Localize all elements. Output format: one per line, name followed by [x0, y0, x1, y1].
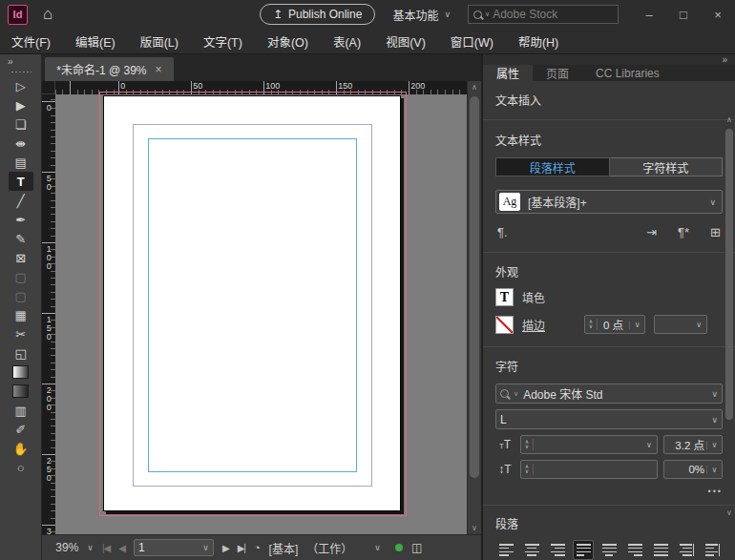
paragraph-style-dropdown[interactable]: Ag [基本段落]+ ∨: [495, 190, 723, 214]
font-family-dropdown[interactable]: ∨ Adobe 宋体 Std ∨: [495, 384, 723, 404]
preflight-profile[interactable]: [基本]: [269, 540, 299, 556]
clear-overrides-icon[interactable]: ¶*: [678, 225, 689, 239]
leading-field[interactable]: ∧∨: [520, 460, 658, 479]
scissors-tool[interactable]: ✂: [9, 324, 33, 343]
stroke-label[interactable]: 描边: [522, 317, 562, 333]
menu-item-文字(T)[interactable]: 文字(T): [203, 32, 242, 51]
first-page-button[interactable]: |◀: [102, 543, 110, 553]
panes-icon[interactable]: ◫: [411, 541, 422, 554]
font-size-unit-field[interactable]: 3.2 点 ∨: [663, 435, 723, 454]
paragraph-mark-icon[interactable]: ¶.: [497, 225, 508, 239]
text-insert-header[interactable]: 文本插入: [495, 81, 723, 119]
menu-item-版面(L)[interactable]: 版面(L): [140, 32, 178, 51]
pasteboard[interactable]: [55, 94, 467, 534]
rectangle-frame-tool[interactable]: ⊠: [9, 248, 33, 267]
preflight-icon[interactable]: ◔: [254, 542, 261, 553]
pen-tool[interactable]: ✒: [9, 210, 33, 229]
stroke-type-dropdown[interactable]: ∨: [654, 315, 707, 334]
gap-tool[interactable]: ⇼: [9, 134, 33, 153]
menu-item-对象(O)[interactable]: 对象(O): [267, 32, 308, 51]
document-tab[interactable]: *未命名-1 @ 39% ×: [45, 57, 173, 81]
menu-item-文件(F)[interactable]: 文件(F): [11, 32, 51, 51]
workspace-switcher[interactable]: 基本功能 ∨: [392, 7, 451, 23]
free-transform-tool[interactable]: ◱: [9, 343, 33, 363]
menu-item-编辑(E)[interactable]: 编辑(E): [75, 32, 116, 51]
align-left-button[interactable]: [495, 540, 516, 560]
text-frame[interactable]: [148, 138, 357, 472]
panel-collapse-icon[interactable]: »: [722, 54, 727, 65]
align-right-button[interactable]: [547, 540, 568, 560]
pencil-tool[interactable]: ✎: [9, 229, 33, 248]
shape-tool[interactable]: ▢: [9, 286, 33, 305]
menu-item-窗口(W)[interactable]: 窗口(W): [451, 32, 494, 51]
page-number-input[interactable]: [138, 541, 202, 554]
preflight-chevron-icon[interactable]: ∨: [374, 543, 381, 552]
scroll-down-icon[interactable]: ∨: [468, 524, 481, 532]
content-collector-tool[interactable]: ▤: [9, 153, 33, 172]
search-input[interactable]: [493, 8, 588, 21]
chevron-down-icon[interactable]: ∨: [711, 415, 718, 425]
home-icon[interactable]: ⌂: [43, 5, 52, 24]
menu-item-视图(V)[interactable]: 视图(V): [386, 32, 426, 51]
chevron-down-icon[interactable]: ∨: [711, 389, 718, 399]
chevron-down-icon[interactable]: ∨: [641, 441, 657, 449]
ruler-corner[interactable]: [42, 81, 55, 94]
stepper-icon[interactable]: ∧∨: [521, 464, 534, 475]
scroll-down-icon[interactable]: ∨: [724, 508, 734, 517]
hand-tool[interactable]: ✋: [9, 439, 33, 458]
justify-last-center-button[interactable]: [598, 540, 620, 560]
align-toward-spine-button[interactable]: [676, 540, 697, 560]
chevron-down-icon[interactable]: ∨: [706, 441, 722, 449]
chevron-down-icon[interactable]: ∨: [202, 543, 209, 552]
scroll-up-icon[interactable]: ∧: [724, 115, 734, 124]
gradient-feather-tool[interactable]: [9, 382, 33, 401]
previous-page-button[interactable]: ◀: [118, 543, 125, 553]
page-tool[interactable]: ❏: [9, 114, 33, 134]
vertical-ruler[interactable]: 0501001502002503: [42, 94, 55, 534]
font-style-dropdown[interactable]: L ∨: [495, 409, 723, 429]
align-center-button[interactable]: [521, 540, 542, 560]
minimize-button[interactable]: –: [632, 1, 666, 28]
panel-scrollbar[interactable]: ∧ ∨: [724, 123, 734, 508]
justify-last-left-button[interactable]: [573, 540, 594, 560]
document-page[interactable]: [103, 95, 401, 511]
next-page-button[interactable]: ▶: [222, 543, 229, 553]
last-page-button[interactable]: ▶|: [238, 543, 245, 553]
tab-properties[interactable]: 属性: [483, 65, 533, 81]
paragraph-styles-toggle[interactable]: 段落样式: [495, 157, 610, 176]
publish-online-button[interactable]: ↥ Publish Online: [260, 4, 375, 25]
font-size-field[interactable]: ∧∨ ∨: [520, 435, 658, 454]
paragraph-header[interactable]: 段落: [495, 515, 723, 531]
chevron-down-icon[interactable]: ∨: [709, 197, 716, 207]
character-styles-toggle[interactable]: 字符样式: [610, 157, 724, 176]
align-away-spine-button[interactable]: [702, 540, 723, 560]
eyedropper-tool[interactable]: ✐: [9, 420, 33, 439]
document-scrollbar[interactable]: ∧ ∨: [467, 81, 481, 534]
toolbar-grip[interactable]: [10, 71, 32, 74]
zoom-chevron-icon[interactable]: ∨: [87, 543, 94, 552]
load-styles-icon[interactable]: ⇥: [646, 225, 657, 239]
zoom-tool[interactable]: ○: [9, 458, 33, 477]
rectangle-tool[interactable]: ▢: [9, 267, 33, 286]
stroke-weight-field[interactable]: ∧∨ 0 点 ∨: [584, 315, 645, 334]
close-button[interactable]: ×: [701, 1, 735, 28]
more-options-button[interactable]: •••: [495, 487, 723, 496]
menu-item-表(A)[interactable]: 表(A): [333, 32, 361, 51]
line-tool[interactable]: ╱: [9, 191, 33, 210]
tab-cc-libraries[interactable]: CC Libraries: [582, 65, 673, 81]
page-number-field[interactable]: ∨: [134, 539, 214, 556]
scrollbar-thumb[interactable]: [725, 129, 733, 420]
chevron-down-icon[interactable]: ∨: [629, 321, 644, 329]
horizontal-grid-tool[interactable]: ▦: [9, 305, 33, 324]
leading-unit-field[interactable]: 0% ∨: [663, 460, 723, 479]
stroke-swatch[interactable]: [495, 316, 514, 334]
stepper-icon[interactable]: ∧∨: [521, 439, 534, 450]
close-icon[interactable]: ×: [156, 63, 162, 76]
fill-swatch[interactable]: T: [495, 288, 514, 306]
zoom-level[interactable]: 39%: [55, 541, 78, 554]
justify-all-button[interactable]: [650, 540, 671, 560]
menu-item-帮助(H)[interactable]: 帮助(H): [518, 32, 558, 51]
text-style-header[interactable]: 文本样式: [495, 132, 723, 148]
tab-pages[interactable]: 页面: [533, 65, 582, 81]
character-header[interactable]: 字符: [495, 358, 723, 374]
